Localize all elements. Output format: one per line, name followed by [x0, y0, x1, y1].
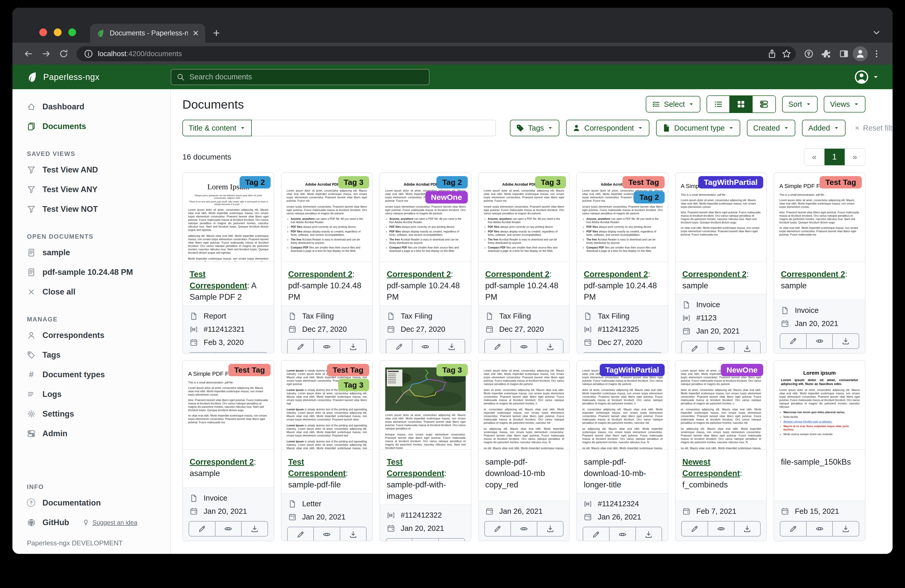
- password-manager-icon[interactable]: [802, 47, 816, 60]
- bookmark-star-icon[interactable]: [781, 47, 792, 60]
- document-thumbnail[interactable]: Adobe Acrobat PDF FilesLorem ipsum dolor…: [577, 173, 668, 262]
- document-thumbnail[interactable]: Adobe Acrobat PDF FilesLorem ipsum dolor…: [281, 173, 372, 262]
- document-title[interactable]: Test Correspondent: sample-pdf-file: [281, 450, 372, 493]
- detail-view-button[interactable]: [753, 96, 775, 113]
- edit-document-button[interactable]: [386, 339, 413, 353]
- global-search[interactable]: [171, 69, 429, 85]
- document-thumbnail[interactable]: Lorem ipsum dolor sit amet, consectetur …: [577, 361, 668, 450]
- edit-document-button[interactable]: [682, 341, 708, 353]
- download-document-button[interactable]: [636, 353, 662, 353]
- correspondent-link[interactable]: Test Correspondent: [288, 457, 346, 478]
- correspondent-link[interactable]: Correspondent 2: [584, 270, 648, 279]
- extensions-puzzle-icon[interactable]: [819, 47, 833, 60]
- reset-filters-button[interactable]: × Reset filters: [855, 120, 892, 136]
- tag-badge-test-tag[interactable]: Test Tag: [622, 176, 665, 189]
- tag-badge-test-tag[interactable]: Test Tag: [819, 176, 862, 189]
- tag-badge-tagwithpartial[interactable]: TagWithPartial: [698, 176, 764, 189]
- maximize-window-button[interactable]: [68, 29, 76, 36]
- sidebar-item-logs[interactable]: Logs: [13, 385, 170, 404]
- document-title[interactable]: Correspondent 2: pdf-sample 10.24.48 PM: [479, 262, 570, 305]
- preview-document-button[interactable]: [708, 341, 735, 353]
- filter-document-type-button[interactable]: Document type: [656, 120, 740, 136]
- correspondent-link[interactable]: Correspondent 2: [288, 270, 352, 279]
- filter-text-input[interactable]: [252, 120, 496, 136]
- document-thumbnail[interactable]: Adobe Acrobat PDF FilesLorem ipsum dolor…: [479, 173, 570, 262]
- preview-document-button[interactable]: [314, 339, 340, 353]
- download-document-button[interactable]: [340, 339, 366, 353]
- document-title[interactable]: Test Correspondent: A Sample PDF 2: [183, 262, 274, 305]
- edit-document-button[interactable]: [583, 353, 610, 353]
- previous-page-button[interactable]: «: [804, 149, 824, 165]
- next-page-button[interactable]: »: [845, 149, 865, 165]
- document-thumbnail[interactable]: Adobe Acrobat PDF FilesLorem ipsum dolor…: [380, 173, 471, 262]
- tag-badge-tag-3[interactable]: Tag 3: [437, 364, 467, 376]
- download-document-button[interactable]: [537, 521, 563, 536]
- document-thumbnail[interactable]: Lorem ipsumLorem ipsum dolor sit amet, c…: [774, 361, 865, 450]
- window-controls[interactable]: [39, 29, 76, 36]
- download-document-button[interactable]: [833, 521, 859, 536]
- sidebar-item-sample[interactable]: sample: [13, 243, 170, 263]
- new-tab-button[interactable]: +: [213, 26, 220, 40]
- edit-document-button[interactable]: [780, 521, 807, 536]
- edit-document-button[interactable]: [189, 521, 216, 536]
- sidebar-item-dashboard[interactable]: Dashboard: [13, 97, 170, 117]
- document-thumbnail[interactable]: Lorem Ipsum is simply dummy text of the …: [281, 361, 372, 450]
- edit-document-button[interactable]: [780, 334, 807, 348]
- correspondent-link[interactable]: Correspondent 2: [781, 270, 845, 279]
- preview-document-button[interactable]: [511, 521, 537, 536]
- correspondent-link[interactable]: Correspondent 2: [485, 270, 549, 279]
- edit-document-button[interactable]: [288, 527, 314, 541]
- sidebar-item-admin[interactable]: Admin: [13, 424, 170, 444]
- sidebar-item-settings[interactable]: Settings: [13, 404, 170, 424]
- tag-badge-tagwithpartial[interactable]: TagWithPartial: [600, 364, 665, 376]
- preview-document-button[interactable]: [314, 527, 340, 541]
- edit-document-button[interactable]: [485, 339, 511, 353]
- document-thumbnail[interactable]: A Simple PDF FileThis is a small demonst…: [774, 173, 865, 262]
- filter-tags-button[interactable]: Tags: [510, 120, 559, 136]
- sidebar-item-tags[interactable]: Tags: [13, 345, 170, 365]
- tab-overflow-chevron-icon[interactable]: [872, 27, 882, 38]
- correspondent-link[interactable]: Correspondent 2: [682, 270, 746, 279]
- sidebar-item-correspondents[interactable]: Correspondents: [13, 325, 170, 345]
- document-thumbnail[interactable]: Lorem ipsum dolor sit amet, consectetur …: [380, 361, 471, 450]
- download-document-button[interactable]: [340, 527, 366, 541]
- sidebar-item-test-view-not[interactable]: Test View NOT: [13, 200, 170, 219]
- download-document-button[interactable]: [537, 339, 563, 353]
- sidebar-item-test-view-and[interactable]: Test View AND: [13, 160, 170, 180]
- sidebar-item-documents[interactable]: Documents: [13, 117, 170, 136]
- forward-icon[interactable]: [39, 47, 53, 60]
- close-tab-icon[interactable]: ✕: [192, 30, 199, 37]
- document-title[interactable]: Correspondent 2: pdf-sample 10.24.48 PM: [380, 262, 471, 305]
- minimize-window-button[interactable]: [54, 29, 62, 36]
- reload-icon[interactable]: [57, 47, 70, 60]
- preview-document-button[interactable]: [807, 521, 833, 536]
- document-title[interactable]: Correspondent 2: sample: [675, 262, 766, 294]
- preview-document-button[interactable]: [413, 339, 439, 353]
- correspondent-link[interactable]: Test Correspondent: [190, 270, 247, 290]
- document-title[interactable]: Test Correspondent: sample-pdf-with-imag…: [380, 450, 471, 504]
- preview-document-button[interactable]: [511, 339, 537, 353]
- preview-document-button[interactable]: [610, 527, 636, 541]
- download-document-button[interactable]: [636, 527, 662, 541]
- edit-document-button[interactable]: [485, 521, 511, 536]
- filter-correspondent-button[interactable]: Correspondent: [566, 120, 649, 136]
- edit-document-button[interactable]: [386, 539, 413, 541]
- correspondent-link[interactable]: Correspondent 2: [387, 270, 451, 279]
- tag-badge-tag-3[interactable]: Tag 3: [338, 379, 369, 391]
- sidebar-item-close-all[interactable]: Close all: [13, 282, 170, 302]
- document-title[interactable]: file-sample_150kBs: [774, 450, 865, 501]
- document-thumbnail[interactable]: A Simple PDF FileThis is a small demonst…: [183, 361, 274, 450]
- download-document-button[interactable]: [439, 539, 465, 541]
- sort-button[interactable]: Sort: [782, 96, 818, 113]
- suggest-an-idea-link[interactable]: Suggest an idea: [83, 519, 137, 526]
- preview-document-button[interactable]: [610, 353, 636, 353]
- search-input[interactable]: [189, 73, 424, 81]
- download-document-button[interactable]: [735, 521, 761, 536]
- document-title[interactable]: Newest Correspondent: f_combineds: [675, 450, 766, 501]
- download-document-button[interactable]: [735, 341, 761, 353]
- grid-view-button[interactable]: [730, 96, 753, 113]
- download-document-button[interactable]: [439, 339, 465, 353]
- user-menu[interactable]: [854, 70, 892, 84]
- side-panel-icon[interactable]: [837, 47, 851, 60]
- select-button[interactable]: Select: [646, 96, 700, 113]
